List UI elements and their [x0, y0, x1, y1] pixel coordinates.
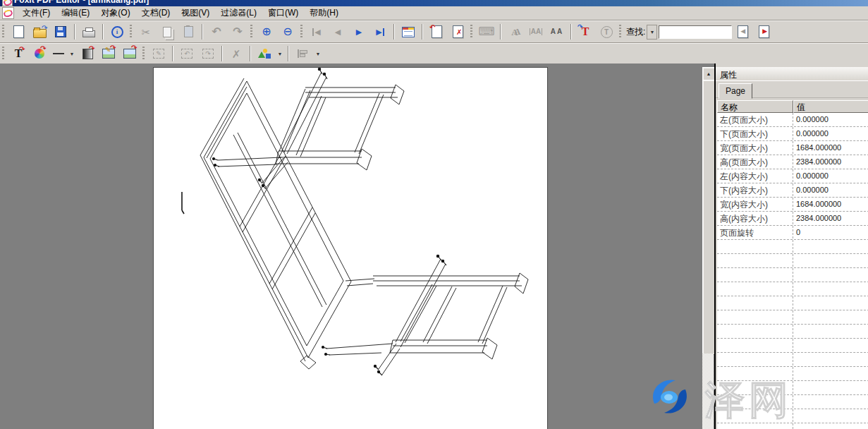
add-color-button[interactable]: ↷ — [29, 44, 50, 63]
column-header-name[interactable]: 名称 — [717, 100, 793, 113]
rotate-page-button[interactable]: ↶ — [426, 23, 447, 41]
font-style-button[interactable]: AA — [504, 23, 525, 41]
document-info-button[interactable]: i — [106, 23, 128, 41]
properties-panel-title[interactable]: 属性 — [716, 67, 868, 81]
undo-button[interactable]: ↶ — [206, 23, 227, 41]
scroll-up-button[interactable]: ▲ — [702, 67, 714, 80]
page-form-button[interactable] — [398, 23, 419, 41]
scrollbar-track[interactable] — [702, 354, 714, 429]
save-floppy-icon — [55, 26, 66, 37]
menu-view[interactable]: 视图(V) — [176, 6, 215, 20]
menu-help[interactable]: 帮助(H) — [304, 6, 344, 20]
toolbar-grip[interactable] — [2, 47, 4, 61]
paste-icon — [184, 26, 193, 37]
column-header-value[interactable]: 值 — [793, 100, 868, 113]
insert-text-button[interactable]: T↷ — [575, 23, 596, 41]
text-mode-button[interactable]: T — [596, 23, 617, 41]
properties-panel: 属性 Page 名称 值 左(页面大小)0.000000 下(页面大小)0.00… — [714, 64, 868, 429]
screw-fasteners — [213, 68, 447, 375]
edit-image-button[interactable]: ✎↷ — [98, 44, 119, 63]
rotate-object-right-button[interactable]: ↷ — [197, 44, 219, 63]
tab-page[interactable]: Page — [719, 83, 752, 99]
scrollbar-thumb[interactable] — [702, 80, 714, 355]
search-next-button[interactable]: ▶ — [753, 23, 774, 41]
align-objects-dropdown[interactable]: ▼ — [313, 44, 323, 63]
object-toolbar: T↷ ↷ ▼ ↷ ✎↷ ↷ ✎ ↶ ↷ ✗ ▼ ▼ — [0, 43, 868, 64]
align-icon — [298, 49, 308, 58]
edit-path-button[interactable]: ✎ — [148, 44, 169, 63]
add-shading-button[interactable]: ↷ — [77, 44, 98, 63]
frame-assembly-drawing — [154, 68, 547, 429]
scissors-icon: ✂ — [142, 27, 151, 37]
expand-text-icon: AA — [551, 28, 563, 35]
toolbar-grip[interactable] — [2, 25, 4, 39]
document-icon[interactable] — [2, 7, 14, 19]
caret-down-icon: ▼ — [316, 52, 321, 56]
next-page-icon: ▶ — [356, 28, 362, 36]
previous-page-icon: ◀ — [335, 28, 341, 36]
window-title: Foxit PDF Editor - [anfikuang.pdf] — [0, 0, 868, 5]
last-page-button[interactable]: ▶ — [369, 23, 391, 41]
virtual-keyboard-button[interactable]: ⌨ — [476, 23, 497, 41]
next-page-button[interactable]: ▶ — [348, 23, 369, 41]
save-document-button[interactable] — [50, 23, 71, 41]
printer-icon — [82, 30, 95, 37]
redo-icon: ↷ — [233, 26, 242, 37]
zoom-in-button[interactable]: ⊕ — [256, 23, 277, 41]
application-window: Foxit PDF Editor - [anfikuang.pdf] 文件(F)… — [0, 0, 868, 429]
print-button[interactable] — [78, 23, 99, 41]
menu-bar: 文件(F) 编辑(E) 对象(O) 文档(D) 视图(V) 过滤器(L) 窗口(… — [0, 6, 868, 20]
cut-button[interactable]: ✂ — [135, 23, 157, 41]
menu-file[interactable]: 文件(F) — [17, 6, 56, 20]
zoom-out-icon: ⊖ — [283, 26, 292, 37]
properties-tab-strip: Page — [716, 81, 868, 98]
redo-button[interactable]: ↷ — [227, 23, 248, 41]
info-icon: i — [111, 26, 123, 38]
insert-shape-button[interactable] — [254, 44, 275, 63]
condense-text-icon: AA — [530, 28, 542, 35]
new-document-button[interactable] — [8, 23, 29, 41]
find-dropdown-button[interactable]: ▼ — [647, 25, 657, 40]
find-input[interactable] — [659, 25, 732, 39]
properties-table: 名称 值 左(页面大小)0.000000 下(页面大小)0.000000 宽(页… — [717, 100, 868, 429]
caret-down-icon: ▼ — [70, 52, 75, 56]
shapes-icon — [258, 49, 271, 59]
align-objects-button[interactable] — [292, 44, 313, 63]
delete-object-icon: ✗ — [232, 49, 241, 59]
caret-up-icon: ▲ — [707, 71, 711, 76]
caret-down-icon: ▼ — [278, 52, 283, 56]
menu-edit[interactable]: 编辑(E) — [56, 6, 95, 20]
menu-document[interactable]: 文档(D) — [136, 6, 176, 20]
vertical-scrollbar[interactable]: ▲ — [702, 67, 714, 429]
insert-shape-dropdown[interactable]: ▼ — [275, 44, 285, 63]
add-image-button[interactable]: ↷ — [119, 44, 140, 63]
menu-window[interactable]: 窗口(W) — [262, 6, 304, 20]
page-form-icon — [402, 27, 415, 37]
delete-page-button[interactable]: ✗ — [447, 23, 468, 41]
search-previous-button[interactable]: ◀ — [732, 23, 753, 41]
menu-object[interactable]: 对象(O) — [95, 6, 135, 20]
line-style-dropdown[interactable]: ▼ — [67, 44, 77, 63]
zoom-out-button[interactable]: ⊖ — [277, 23, 298, 41]
condense-text-button[interactable]: AA — [525, 23, 546, 41]
copy-button[interactable] — [157, 23, 178, 41]
document-view[interactable]: ▲ — [0, 64, 714, 429]
menu-filter[interactable]: 过滤器(L) — [215, 6, 262, 20]
delete-object-button[interactable]: ✗ — [226, 44, 247, 63]
rotate-object-left-button[interactable]: ↶ — [176, 44, 197, 63]
zoom-in-icon: ⊕ — [262, 26, 271, 37]
add-text-button[interactable]: T↷ — [8, 44, 29, 63]
paste-button[interactable] — [178, 23, 199, 41]
expand-text-button[interactable]: AA — [546, 23, 568, 41]
previous-page-button[interactable]: ◀ — [327, 23, 348, 41]
text-mode-icon: T — [601, 26, 613, 38]
pdf-page[interactable] — [153, 67, 548, 429]
last-page-icon: ▶ — [376, 28, 384, 36]
open-document-button[interactable]: ↷ — [29, 23, 50, 41]
new-document-icon — [13, 25, 24, 38]
first-page-button[interactable]: ◀ — [306, 23, 327, 41]
line-style-button[interactable] — [50, 44, 67, 63]
keyboard-icon: ⌨ — [478, 26, 494, 37]
find-label: 查找: — [626, 26, 645, 38]
rotate-left-icon: ↶ — [181, 49, 192, 59]
